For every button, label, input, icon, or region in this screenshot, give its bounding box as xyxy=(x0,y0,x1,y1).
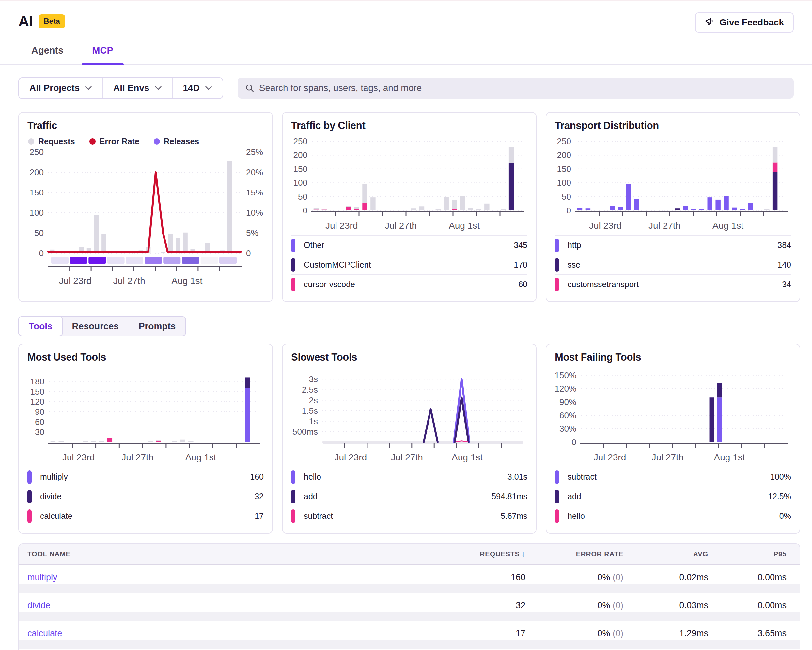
svg-text:200: 200 xyxy=(557,150,571,160)
svg-text:Jul 23rd: Jul 23rd xyxy=(59,276,92,286)
error-count: (0) xyxy=(613,629,623,638)
search-bar xyxy=(238,78,794,99)
series-swatch-icon xyxy=(291,490,295,504)
svg-text:250: 250 xyxy=(293,137,307,146)
series-swatch-icon xyxy=(291,238,295,252)
column-header-tool-name[interactable]: Tool Name xyxy=(27,550,454,558)
series-swatch-icon xyxy=(291,470,295,484)
svg-text:25%: 25% xyxy=(246,147,263,157)
series-swatch-icon xyxy=(291,258,295,272)
svg-text:3s: 3s xyxy=(309,374,318,384)
tab-resources[interactable]: Resources xyxy=(63,317,128,336)
table-row: calculate 17 0% (0) 1.29ms 3.65ms xyxy=(19,621,800,649)
svg-text:0: 0 xyxy=(39,248,44,258)
slowest-tools-card: Slowest Tools 500ms1s1.5s2s2.5s3sJul 23r… xyxy=(282,343,537,534)
card-title: Slowest Tools xyxy=(291,351,527,363)
list-item: subtract100% xyxy=(555,467,791,487)
table-row: multiply 160 0% (0) 0.02ms 0.00ms xyxy=(19,565,800,593)
tab-mcp[interactable]: MCP xyxy=(90,45,115,64)
failing-stat-list: subtract100% add12.5% hello0% xyxy=(555,467,791,526)
tab-prompts[interactable]: Prompts xyxy=(128,317,186,336)
svg-text:180: 180 xyxy=(31,377,44,386)
svg-text:250: 250 xyxy=(557,137,571,146)
page-filters: All Projects All Envs 14D xyxy=(18,77,223,99)
column-header-avg[interactable]: Avg xyxy=(623,550,708,558)
chevron-down-icon xyxy=(85,86,92,90)
tool-link-multiply[interactable]: multiply xyxy=(27,572,58,582)
transport-distribution-chart: 050100150200250Jul 23rdJul 27thAug 1st xyxy=(555,137,792,232)
card-title: Transport Distribution xyxy=(555,120,791,131)
column-header-p95[interactable]: P95 xyxy=(708,550,786,558)
give-feedback-button[interactable]: Give Feedback xyxy=(695,12,794,33)
charts-row-1: Traffic Requests Error Rate Releases 050… xyxy=(0,112,812,302)
traffic-chart: 05010015020025005%10%15%20%25%Jul 23rdJu… xyxy=(27,147,265,287)
svg-text:0: 0 xyxy=(303,206,307,215)
brand: AI Beta xyxy=(18,12,65,30)
p95-cell: 0.00ms xyxy=(708,572,786,593)
svg-text:5%: 5% xyxy=(246,228,258,238)
avg-cell: 1.29ms xyxy=(623,629,708,649)
series-swatch-icon xyxy=(555,258,559,272)
requests-cell: 32 xyxy=(454,600,525,621)
requests-cell: 17 xyxy=(454,629,525,649)
search-input[interactable] xyxy=(238,78,794,99)
svg-text:90%: 90% xyxy=(559,397,576,407)
list-item: cursor-vscode60 xyxy=(291,275,527,294)
svg-text:60%: 60% xyxy=(559,410,576,420)
transport-distribution-card: Transport Distribution 050100150200250Ju… xyxy=(546,112,800,302)
tool-link-calculate[interactable]: calculate xyxy=(27,629,63,638)
svg-text:50: 50 xyxy=(34,228,44,238)
entity-tabs: Tools Resources Prompts xyxy=(18,316,186,336)
table-row: divide 32 0% (0) 0.03ms 0.00ms xyxy=(19,593,800,621)
series-swatch-icon xyxy=(555,510,559,523)
table-header-row: Tool Name Requests↓ Error Rate Avg P95 xyxy=(19,544,800,565)
svg-text:200: 200 xyxy=(30,167,44,177)
svg-text:0: 0 xyxy=(246,248,251,258)
date-range-dropdown[interactable]: 14D xyxy=(172,78,223,98)
app-logo: AI xyxy=(18,12,33,30)
svg-text:500ms: 500ms xyxy=(292,427,318,436)
error-rate-cell: 0% (0) xyxy=(525,572,623,593)
svg-text:0: 0 xyxy=(566,206,571,215)
beta-badge: Beta xyxy=(38,14,65,28)
svg-text:30%: 30% xyxy=(559,424,576,434)
list-item: add12.5% xyxy=(555,487,791,506)
error-count: (0) xyxy=(613,600,623,610)
avg-cell: 0.02ms xyxy=(623,572,708,593)
project-filter-label: All Projects xyxy=(29,83,79,93)
error-count: (0) xyxy=(613,572,623,582)
most-failing-tools-card: Most Failing Tools 030%60%90%120%150%Jul… xyxy=(546,343,800,534)
list-item: CustomMCPClient170 xyxy=(291,255,527,275)
svg-text:Jul 27th: Jul 27th xyxy=(652,452,684,462)
env-filter-dropdown[interactable]: All Envs xyxy=(102,78,172,98)
megaphone-icon xyxy=(705,17,715,29)
p95-cell: 3.65ms xyxy=(708,629,786,649)
tool-link-divide[interactable]: divide xyxy=(27,600,50,610)
svg-text:150: 150 xyxy=(30,188,44,197)
column-header-error-rate[interactable]: Error Rate xyxy=(525,550,623,558)
date-range-label: 14D xyxy=(183,83,200,93)
legend-error-rate: Error Rate xyxy=(89,137,139,146)
series-swatch-icon xyxy=(27,490,32,504)
svg-text:Jul 27th: Jul 27th xyxy=(649,221,681,231)
project-filter-dropdown[interactable]: All Projects xyxy=(19,78,102,98)
give-feedback-label: Give Feedback xyxy=(719,17,784,28)
main-tabs: Agents MCP xyxy=(0,33,812,65)
series-swatch-icon xyxy=(555,490,559,504)
requests-cell: 160 xyxy=(454,572,525,593)
traffic-card: Traffic Requests Error Rate Releases 050… xyxy=(18,112,273,302)
list-item: hello0% xyxy=(555,506,791,526)
list-item: hello3.01s xyxy=(291,467,527,487)
column-header-requests[interactable]: Requests↓ xyxy=(454,550,525,558)
series-swatch-icon xyxy=(555,470,559,484)
svg-text:Jul 23rd: Jul 23rd xyxy=(594,452,626,462)
tab-agents[interactable]: Agents xyxy=(29,45,65,64)
series-swatch-icon xyxy=(27,510,32,523)
svg-text:2.5s: 2.5s xyxy=(302,385,318,395)
tab-tools[interactable]: Tools xyxy=(18,316,63,336)
releases-dot-icon xyxy=(154,138,160,145)
svg-text:50: 50 xyxy=(562,192,571,201)
svg-text:Jul 23rd: Jul 23rd xyxy=(589,221,622,231)
svg-text:Jul 23rd: Jul 23rd xyxy=(334,452,367,462)
list-item: subtract5.67ms xyxy=(291,506,527,526)
